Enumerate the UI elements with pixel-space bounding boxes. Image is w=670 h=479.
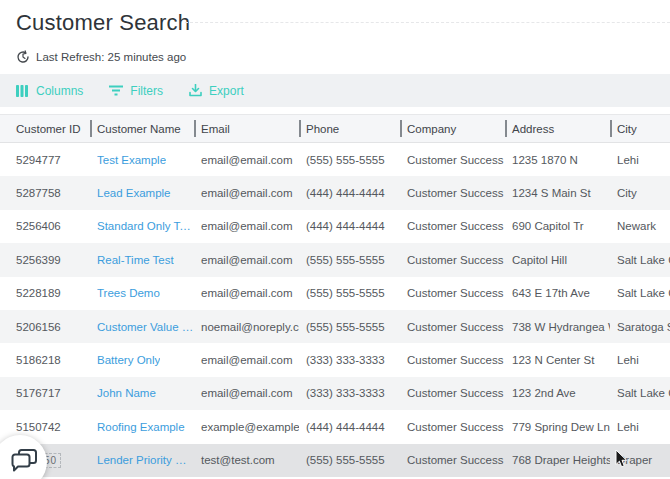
- cell-company: Customer Success Traini...: [400, 176, 505, 209]
- cell-phone: (555) 555-5555: [299, 444, 400, 477]
- cell-customer-name: Lender Priority Example: [90, 444, 194, 477]
- customer-name-link[interactable]: Standard Only Test: [97, 220, 194, 232]
- filter-icon: [109, 85, 123, 96]
- cell-city: City: [610, 176, 670, 209]
- cell-company: Customer Success Traini...: [400, 310, 505, 343]
- column-resize-handle[interactable]: [610, 120, 612, 137]
- cell-customer-name: Lead Example: [90, 176, 194, 209]
- table-row[interactable]: 5228189 Trees Demo email@email.com (555)…: [0, 277, 670, 310]
- table-row[interactable]: 5176717 John Name email@email.com (333) …: [0, 377, 670, 410]
- table-row[interactable]: 5150742 Roofing Example example@example.…: [0, 410, 670, 443]
- customer-name-link[interactable]: Trees Demo: [97, 287, 160, 299]
- column-header-company[interactable]: Company: [400, 115, 505, 142]
- cell-address: 738 W Hydrangea Way: [505, 310, 610, 343]
- columns-label: Columns: [36, 84, 83, 98]
- table-row[interactable]: 5287758 Lead Example email@email.com (44…: [0, 176, 670, 209]
- cell-email: example@example.com: [194, 410, 299, 443]
- cell-email: email@email.com: [194, 243, 299, 276]
- cell-phone: (555) 555-5555: [299, 310, 400, 343]
- cell-address: 1235 1870 N: [505, 143, 610, 176]
- columns-button[interactable]: Columns: [16, 84, 83, 98]
- customer-name-link[interactable]: Real-Time Test: [97, 254, 174, 266]
- cell-email: email@email.com: [194, 343, 299, 376]
- cell-city: Newark: [610, 210, 670, 243]
- cell-customer-name: Customer Value Questions: [90, 310, 194, 343]
- column-header-email[interactable]: Email: [194, 115, 299, 142]
- column-header-customer-id[interactable]: Customer ID: [0, 115, 90, 142]
- cell-phone: (444) 444-4444: [299, 176, 400, 209]
- column-header-label: Company: [407, 123, 456, 135]
- customer-name-link[interactable]: John Name: [97, 387, 156, 399]
- cell-address: 1234 S Main St: [505, 176, 610, 209]
- cell-email: noemail@noreply.com: [194, 310, 299, 343]
- column-header-address[interactable]: Address: [505, 115, 610, 142]
- chat-bubbles-icon: [3, 449, 37, 476]
- cell-city: Lehi: [610, 343, 670, 376]
- customer-name-link[interactable]: Lead Example: [97, 187, 171, 199]
- column-header-customer-name[interactable]: Customer Name: [90, 115, 194, 142]
- table-row[interactable]: 5206156 Customer Value Questions noemail…: [0, 310, 670, 343]
- cell-customer-name: Battery Only: [90, 343, 194, 376]
- column-header-label: Customer Name: [97, 123, 181, 135]
- table-row[interactable]: 5256406 Standard Only Test email@email.c…: [0, 210, 670, 243]
- cell-company: Customer Success Traini...: [400, 343, 505, 376]
- cell-customer-id: 5256399: [0, 243, 90, 276]
- cell-company: Customer Success Traini...: [400, 210, 505, 243]
- cell-address: 643 E 17th Ave: [505, 277, 610, 310]
- cell-address: 690 Capitol Tr: [505, 210, 610, 243]
- column-resize-handle[interactable]: [194, 120, 196, 137]
- column-resize-handle[interactable]: [90, 120, 92, 137]
- table-row[interactable]: 5256399 Real-Time Test email@email.com (…: [0, 243, 670, 276]
- cell-customer-name: Real-Time Test: [90, 243, 194, 276]
- columns-icon: [16, 85, 29, 97]
- cell-phone: (555) 555-5555: [299, 243, 400, 276]
- table-row[interactable]: 5294777 Test Example email@email.com (55…: [0, 143, 670, 176]
- cell-city: Lehi: [610, 410, 670, 443]
- cell-address: Capitol Hill: [505, 243, 610, 276]
- cell-city: Draper: [610, 444, 670, 477]
- last-refresh-control[interactable]: Last Refresh: 25 minutes ago: [16, 50, 654, 64]
- cell-email: email@email.com: [194, 176, 299, 209]
- cell-phone: (555) 555-5555: [299, 143, 400, 176]
- cell-company: Customer Success Traini...: [400, 243, 505, 276]
- customer-name-link[interactable]: Customer Value Questions: [97, 321, 194, 333]
- cell-city: Salt Lake City: [610, 277, 670, 310]
- customer-name-link[interactable]: Roofing Example: [97, 421, 185, 433]
- customer-grid: Customer ID Customer Name Email Phone Co…: [0, 114, 670, 477]
- grid-toolbar: Columns Filters Export: [0, 74, 670, 107]
- filters-button[interactable]: Filters: [109, 84, 163, 98]
- column-resize-handle[interactable]: [299, 120, 301, 137]
- column-resize-handle[interactable]: [505, 120, 507, 137]
- column-header-city[interactable]: City: [610, 115, 670, 142]
- cell-customer-id: 5287758: [0, 176, 90, 209]
- cell-customer-name: Test Example: [90, 143, 194, 176]
- cell-city: Lehi: [610, 143, 670, 176]
- cell-email: email@email.com: [194, 277, 299, 310]
- column-header-label: Phone: [306, 123, 339, 135]
- cell-customer-id: 5206156: [0, 310, 90, 343]
- export-button[interactable]: Export: [189, 84, 244, 98]
- cell-address: 123 N Center St: [505, 343, 610, 376]
- cell-customer-id: 5228189: [0, 277, 90, 310]
- customer-name-link[interactable]: Lender Priority Example: [97, 454, 194, 466]
- table-row[interactable]: 50 Lender Priority Example test@test.com…: [0, 444, 670, 477]
- grid-header-row: Customer ID Customer Name Email Phone Co…: [0, 114, 670, 143]
- column-header-label: City: [617, 123, 637, 135]
- last-refresh-text: Last Refresh: 25 minutes ago: [36, 51, 186, 63]
- cell-company: Customer Success Traini...: [400, 444, 505, 477]
- cell-phone: (444) 444-4444: [299, 210, 400, 243]
- cell-company: Customer Success Traini...: [400, 377, 505, 410]
- cell-address: 768 Draper Heights Way: [505, 444, 610, 477]
- cell-customer-id: 5294777: [0, 143, 90, 176]
- customer-name-link[interactable]: Battery Only: [97, 354, 160, 366]
- customer-name-link[interactable]: Test Example: [97, 154, 166, 166]
- column-resize-handle[interactable]: [400, 120, 402, 137]
- refresh-clock-icon: [16, 50, 30, 64]
- column-header-phone[interactable]: Phone: [299, 115, 400, 142]
- page-header: Customer Search Last Refresh: 25 minutes…: [0, 0, 670, 64]
- table-row[interactable]: 5186218 Battery Only email@email.com (33…: [0, 343, 670, 376]
- grid-body: 5294777 Test Example email@email.com (55…: [0, 143, 670, 477]
- cell-customer-name: Roofing Example: [90, 410, 194, 443]
- cell-phone: (333) 333-3333: [299, 377, 400, 410]
- cell-email: email@email.com: [194, 143, 299, 176]
